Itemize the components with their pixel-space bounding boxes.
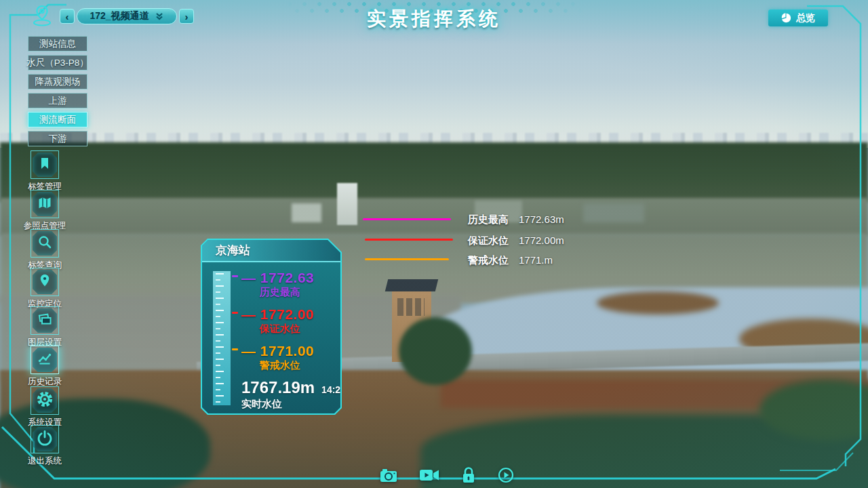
tool-reference-points[interactable]: 参照点管理: [26, 190, 64, 232]
power-icon: [37, 430, 53, 449]
tool-monitor-position[interactable]: 监控定位: [26, 268, 64, 310]
tool-tag-management[interactable]: 标签管理: [26, 150, 64, 192]
bottom-toolbar: [380, 465, 522, 485]
tool-layer-settings[interactable]: 图层设置: [26, 306, 64, 348]
page-title: 实景指挥系统: [0, 6, 868, 32]
level-guaranteed: — 1772.00 保证水位: [241, 306, 314, 336]
tool-history-records[interactable]: 历史记录: [26, 346, 64, 388]
tool-exit-system[interactable]: 退出系统: [26, 425, 64, 467]
nav-water-ruler[interactable]: 水尺（P3-P8）: [28, 55, 87, 70]
realscene-command-app: ‹ 172_视频通道 › 实景指挥系统 总览 测站信息 水尺（P3-P8） 降蒸…: [0, 0, 868, 488]
camera-icon[interactable]: [380, 468, 397, 483]
station-panel: 京海站 — 1772.63: [201, 239, 342, 415]
tool-tag-query[interactable]: 标签查询: [26, 229, 64, 271]
nav-flow-section[interactable]: 测流断面: [28, 112, 87, 127]
guaranteed-level-label: 保证水位: [468, 235, 509, 247]
station-name: 京海站: [216, 243, 250, 258]
video-camera-icon[interactable]: [419, 468, 439, 482]
guaranteed-level-value: 1772.00m: [519, 235, 564, 246]
historic-high-value: 1772.63m: [519, 214, 564, 225]
pie-chart-icon: [781, 13, 791, 23]
level-realtime: 1767.19m14:20 实时水位: [241, 378, 346, 411]
nav-downstream[interactable]: 下游: [28, 131, 87, 146]
layers-icon: [37, 311, 53, 330]
map-icon: [37, 195, 53, 214]
warning-level-line: [365, 258, 449, 260]
nav-evaporation-field[interactable]: 降蒸观测场: [28, 74, 87, 89]
ruler-mark-historic: [232, 275, 238, 277]
sidebar-nav: 测站信息 水尺（P3-P8） 降蒸观测场 上游 测流断面 下游: [28, 36, 87, 146]
level-warning: — 1771.00 警戒水位: [241, 343, 314, 372]
historic-high-line: [363, 218, 451, 220]
location-icon: [37, 272, 53, 291]
warning-level-value: 1771.m: [519, 254, 553, 266]
ruler-mark-guaranteed: [232, 312, 238, 314]
history-chart-icon: [37, 350, 53, 369]
guaranteed-level-line: [365, 239, 453, 241]
gear-icon: [36, 390, 54, 411]
play-icon[interactable]: [498, 467, 514, 483]
overview-label: 总览: [796, 12, 815, 24]
video-feed-background: [0, 0, 868, 488]
station-panel-header: 京海站: [202, 240, 340, 262]
bookmark-icon: [37, 155, 53, 174]
overview-button[interactable]: 总览: [768, 9, 828, 26]
lock-icon[interactable]: [461, 466, 476, 484]
search-icon: [37, 234, 53, 253]
tool-system-settings[interactable]: 系统设置: [26, 386, 64, 428]
level-historic-high: — 1772.63 历史最高: [241, 270, 314, 299]
nav-upstream[interactable]: 上游: [28, 93, 87, 108]
nav-station-info[interactable]: 测站信息: [28, 36, 87, 52]
water-level-ruler: [213, 271, 231, 405]
warning-level-label: 警戒水位: [468, 254, 509, 267]
historic-high-label: 历史最高: [468, 214, 509, 226]
ruler-mark-warning: [232, 348, 238, 350]
